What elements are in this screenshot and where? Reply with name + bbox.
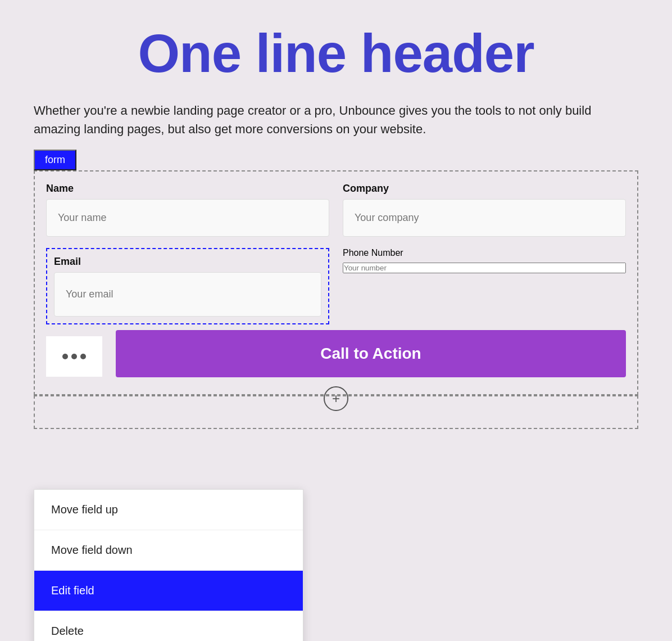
context-menu-move-up[interactable]: Move field up <box>34 490 303 530</box>
form-row-1: Name Company <box>46 183 626 237</box>
company-label: Company <box>343 183 626 195</box>
form-row-2: Email Phone Number <box>46 248 626 324</box>
company-field: Company <box>343 183 626 237</box>
form-container: Name Company Email Phone Number Call to … <box>34 170 638 395</box>
email-field-highlighted: Email <box>46 248 329 324</box>
context-menu-move-down[interactable]: Move field down <box>34 530 303 571</box>
dot-2 <box>71 354 77 359</box>
form-bottom-row: Call to Action <box>46 330 626 377</box>
dots-menu-button[interactable] <box>46 336 102 377</box>
context-menu: Move field up Move field down Edit field… <box>34 489 303 641</box>
phone-field: Phone Number <box>343 248 626 273</box>
name-input[interactable] <box>46 199 329 237</box>
phone-input[interactable] <box>343 263 626 273</box>
name-label: Name <box>46 183 329 195</box>
page-header: One line header <box>0 0 672 101</box>
body-description: Whether you're a newbie landing page cre… <box>0 101 672 138</box>
dot-3 <box>80 354 86 359</box>
company-input[interactable] <box>343 199 626 237</box>
name-field: Name <box>46 183 329 237</box>
phone-label: Phone Number <box>343 248 626 258</box>
page-title: One line header <box>0 22 672 84</box>
email-label: Email <box>54 256 321 268</box>
email-field-wrapper-col: Email <box>46 248 329 324</box>
cta-button[interactable]: Call to Action <box>116 330 626 377</box>
email-input[interactable] <box>54 272 321 317</box>
context-menu-edit-field[interactable]: Edit field <box>34 571 303 611</box>
form-tag[interactable]: form <box>34 150 76 170</box>
dot-1 <box>62 354 68 359</box>
add-field-button[interactable]: + <box>324 386 348 411</box>
context-menu-delete[interactable]: Delete <box>34 611 303 641</box>
form-add-row: + <box>34 395 638 429</box>
